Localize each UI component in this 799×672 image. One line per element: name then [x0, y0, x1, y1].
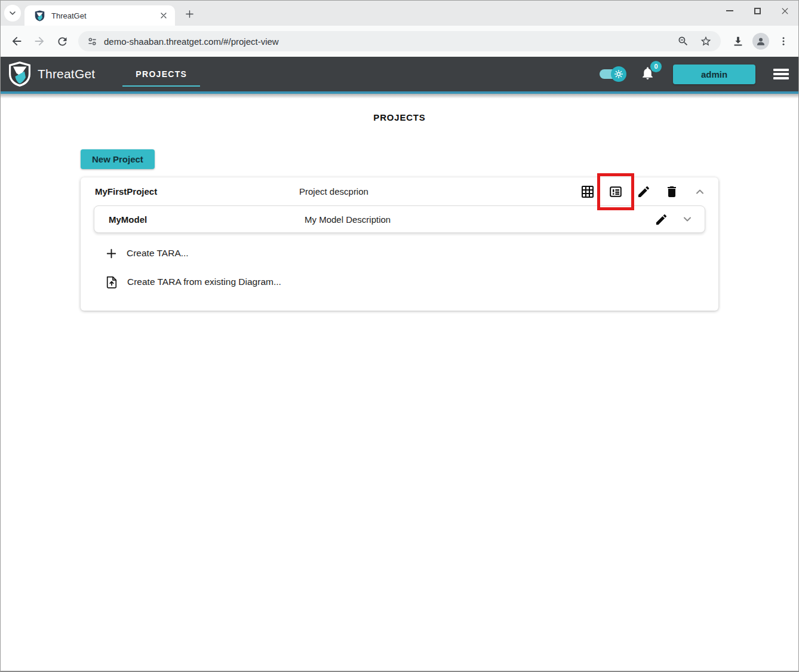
chevron-down-icon [681, 213, 693, 225]
toolbar-right-cluster [729, 32, 792, 50]
project-header-row[interactable]: MyFirstProject Project descprion [81, 177, 718, 205]
model-description: My Model Description [305, 214, 653, 225]
toggle-knob [611, 66, 626, 82]
create-tara-from-diagram-label: Create TARA from existing Diagram... [127, 277, 281, 287]
admin-user-button[interactable]: admin [673, 65, 755, 84]
project-collapse-button[interactable] [692, 184, 708, 200]
project-name: MyFirstProject [95, 186, 299, 197]
star-icon [700, 35, 712, 47]
forward-arrow-icon [33, 35, 46, 48]
model-expand-button[interactable] [680, 211, 695, 227]
bookmark-button[interactable] [697, 32, 715, 50]
project-edit-button[interactable] [636, 184, 652, 200]
delete-trash-icon [665, 185, 679, 199]
page-title: PROJECTS [1, 94, 798, 122]
browser-menu-button[interactable] [775, 32, 792, 50]
new-tab-button[interactable] [183, 8, 195, 20]
tab-title: ThreatGet [51, 11, 158, 20]
plus-icon [106, 248, 117, 259]
create-tara-from-diagram-button[interactable]: Create TARA from existing Diagram... [81, 269, 718, 295]
model-row[interactable]: MyModel My Model Description [94, 205, 705, 233]
back-arrow-icon [10, 35, 23, 48]
forward-button[interactable] [30, 32, 48, 50]
downloads-button[interactable] [729, 32, 747, 50]
notification-badge: 0 [650, 61, 662, 72]
app-header: ThreatGet PROJECTS 0 admin [1, 57, 798, 91]
person-icon [755, 36, 766, 47]
back-button[interactable] [8, 32, 26, 50]
table-grid-icon [580, 185, 595, 199]
notifications-button[interactable]: 0 [640, 66, 655, 83]
window-close-button[interactable] [771, 1, 798, 21]
minimize-icon [726, 10, 733, 11]
new-project-button[interactable]: New Project [81, 149, 155, 169]
browser-window: ThreatGet [0, 0, 799, 672]
address-bar[interactable]: demo-shaaban.threatget.com/#/project-vie… [78, 31, 721, 51]
gear-icon [614, 69, 623, 79]
create-tara-label: Create TARA... [127, 248, 189, 259]
avatar [752, 33, 769, 50]
reload-icon [56, 35, 69, 48]
theme-toggle[interactable] [600, 69, 623, 79]
chevron-up-icon [694, 186, 706, 198]
main-content: PROJECTS New Project MyFirstProject Proj… [1, 94, 798, 671]
create-tara-button[interactable]: Create TARA... [81, 240, 718, 266]
zoom-button[interactable] [674, 32, 692, 50]
browser-toolbar: demo-shaaban.threatget.com/#/project-vie… [1, 26, 798, 57]
nav-tab-projects[interactable]: PROJECTS [122, 68, 200, 87]
model-edit-button[interactable] [653, 211, 669, 227]
reload-button[interactable] [53, 32, 71, 50]
model-name: MyModel [109, 214, 305, 225]
profile-button[interactable] [752, 32, 770, 50]
edit-pencil-icon [637, 185, 651, 199]
projects-area: New Project MyFirstProject Project descp… [81, 122, 718, 311]
tab-close-icon[interactable] [158, 10, 169, 21]
browser-tab-strip: ThreatGet [1, 1, 798, 26]
threatget-logo-icon [8, 61, 32, 87]
project-actions [580, 184, 708, 200]
project-list-details-button[interactable] [608, 184, 623, 200]
hamburger-icon [773, 69, 789, 71]
maximize-icon [754, 8, 761, 14]
project-description: Project descprion [299, 186, 580, 197]
plus-icon [185, 10, 194, 19]
edit-pencil-icon [654, 213, 668, 226]
project-card: MyFirstProject Project descprion [81, 177, 718, 311]
zoom-out-icon [677, 35, 689, 47]
window-maximize-button[interactable] [743, 1, 771, 21]
project-delete-button[interactable] [664, 184, 680, 200]
chevron-down-icon [9, 10, 16, 17]
list-details-icon [609, 185, 623, 199]
browser-tab-threatget[interactable]: ThreatGet [24, 5, 175, 26]
brand-name: ThreatGet [38, 67, 95, 81]
model-actions [653, 211, 695, 227]
file-upload-icon [106, 275, 118, 289]
tab-list-chevron-button[interactable] [4, 5, 21, 22]
site-settings-icon[interactable] [87, 36, 98, 47]
kebab-menu-icon [778, 36, 789, 47]
close-icon [781, 7, 789, 15]
app-menu-button[interactable] [773, 69, 789, 79]
window-minimize-button[interactable] [716, 1, 743, 21]
brand[interactable]: ThreatGet [8, 61, 95, 87]
url-text[interactable]: demo-shaaban.threatget.com/#/project-vie… [104, 36, 674, 47]
download-icon [732, 35, 745, 48]
project-table-view-button[interactable] [580, 184, 595, 200]
threatget-favicon-icon [34, 10, 45, 22]
window-controls [716, 1, 798, 26]
